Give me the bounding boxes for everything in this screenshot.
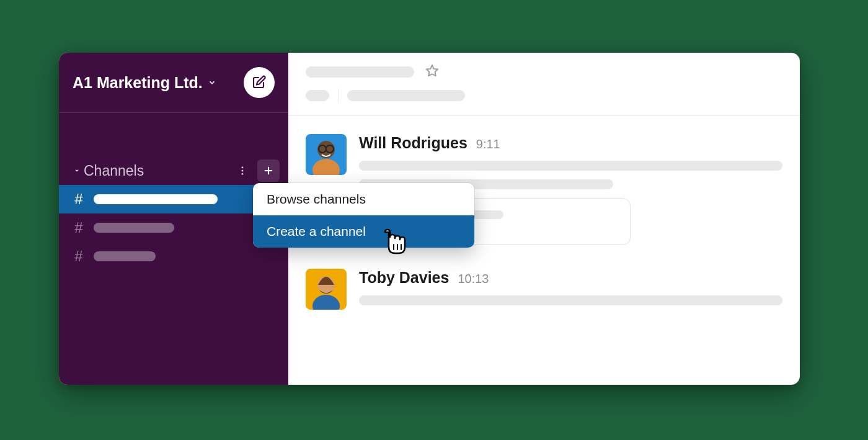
- app-window: A1 Marketing Ltd. Channels # #: [59, 53, 800, 385]
- svg-point-1: [242, 170, 244, 172]
- svg-marker-5: [427, 65, 438, 76]
- channel-item[interactable]: #: [59, 242, 288, 271]
- channel-name-placeholder: [94, 251, 156, 261]
- caret-down-icon: [70, 166, 84, 175]
- menu-item-browse-channels[interactable]: Browse channels: [253, 183, 474, 215]
- kebab-icon: [237, 165, 248, 176]
- svg-point-2: [242, 173, 244, 175]
- compose-icon: [252, 75, 267, 90]
- menu-item-label: Create a channel: [267, 224, 366, 239]
- menu-item-label: Browse channels: [267, 192, 366, 207]
- compose-button[interactable]: [244, 67, 275, 98]
- star-icon: [425, 64, 439, 78]
- channel-title-placeholder: [306, 66, 414, 78]
- channel-name-placeholder: [94, 194, 218, 204]
- message-timestamp: 10:13: [458, 272, 489, 286]
- menu-item-create-channel[interactable]: Create a channel: [253, 215, 474, 248]
- message-timestamp: 9:11: [476, 137, 500, 151]
- hash-icon: #: [73, 191, 85, 208]
- channels-section-header[interactable]: Channels: [59, 156, 288, 185]
- workspace-name: A1 Marketing Ltd.: [73, 74, 203, 92]
- topbar-placeholder: [306, 90, 329, 101]
- message-text-placeholder: [359, 161, 782, 171]
- topbar-divider: [338, 89, 339, 102]
- add-channel-button[interactable]: [257, 159, 280, 182]
- workspace-switcher[interactable]: A1 Marketing Ltd.: [73, 74, 216, 92]
- hash-icon: #: [73, 219, 85, 236]
- topbar-placeholder: [347, 90, 465, 101]
- channel-topbar: [288, 53, 800, 115]
- message-author[interactable]: Toby Davies: [359, 269, 449, 287]
- star-button[interactable]: [425, 64, 439, 80]
- message: Toby Davies 10:13: [306, 269, 782, 314]
- hash-icon: #: [73, 248, 85, 265]
- add-channel-menu: Browse channels Create a channel: [253, 183, 474, 248]
- channels-more-button[interactable]: [231, 159, 254, 182]
- avatar[interactable]: [306, 269, 347, 310]
- workspace-header: A1 Marketing Ltd.: [59, 53, 288, 113]
- message-text-placeholder: [359, 295, 782, 305]
- svg-point-0: [242, 166, 244, 168]
- channels-section-label: Channels: [84, 163, 231, 179]
- message-author[interactable]: Will Rodrigues: [359, 134, 467, 152]
- plus-icon: [263, 165, 274, 176]
- chevron-down-icon: [208, 78, 216, 87]
- avatar[interactable]: [306, 134, 347, 175]
- channel-name-placeholder: [94, 223, 174, 233]
